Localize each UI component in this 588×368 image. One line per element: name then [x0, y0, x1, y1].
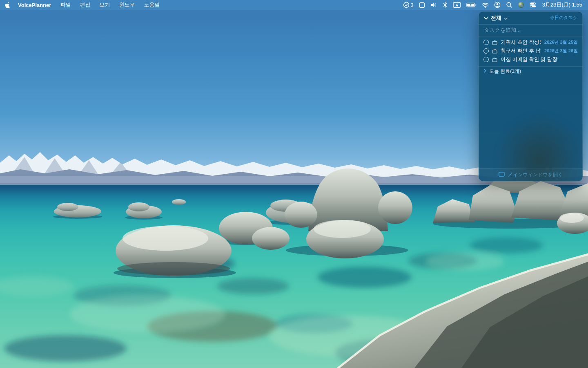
wifi-icon[interactable] — [482, 2, 489, 8]
menu-bar: VoicePlanner 파일 편집 보기 윈도우 도움말 3 A — [0, 0, 588, 10]
task-checkbox[interactable] — [483, 40, 489, 45]
task-row[interactable]: 기획서 초안 작성하기 2026년 3월 25일 — [479, 38, 583, 47]
task-checkbox[interactable] — [483, 48, 489, 54]
task-title: 아침 이메일 확인 및 답장 — [501, 56, 575, 63]
menu-file[interactable]: 파일 — [60, 1, 71, 9]
task-due-date: 2026년 3월 26일 — [544, 48, 578, 54]
chevron-right-icon — [484, 68, 486, 74]
menu-edit[interactable]: 편집 — [80, 1, 90, 9]
battery-charging-icon[interactable] — [466, 2, 477, 8]
svg-text:A: A — [455, 3, 458, 7]
apple-menu[interactable] — [5, 2, 11, 8]
task-count-status[interactable]: 3 — [403, 2, 414, 8]
today-tasks-link[interactable]: 今日のタスク — [550, 15, 577, 21]
bluetooth-icon[interactable] — [443, 2, 448, 8]
input-source-icon[interactable]: A — [453, 2, 461, 8]
blurred-wallpaper-smudge — [495, 112, 583, 181]
task-count-label: 3 — [411, 2, 414, 8]
add-task-input[interactable]: タスクを追加... — [479, 25, 583, 36]
app-menu-title[interactable]: VoicePlanner — [18, 2, 51, 8]
app-globe-icon[interactable] — [518, 2, 524, 8]
voiceplanner-popover: 전체 今日のタスク タスクを追加... 기획서 초안 작성하기 2026년 3월… — [479, 11, 583, 181]
user-icon[interactable] — [494, 2, 501, 8]
task-due-date: 2026년 3월 25일 — [544, 39, 578, 45]
task-title: 청구서 확인 후 납부하기 — [501, 47, 541, 54]
volume-icon[interactable] — [430, 2, 437, 8]
menu-view[interactable]: 보기 — [99, 1, 110, 9]
filter-dropdown-chevron-icon[interactable] — [504, 14, 508, 22]
menubar-clock[interactable]: 3月23日(月) 1:55 — [542, 1, 582, 9]
completed-toggle[interactable]: 오늘 완료(1개) — [479, 67, 583, 76]
task-list: 기획서 초안 작성하기 2026년 3월 25일 청구서 확인 후 납부하기 2… — [479, 36, 583, 66]
popover-empty-area — [479, 76, 583, 168]
collapse-chevron-icon[interactable] — [484, 14, 488, 22]
task-row[interactable]: 청구서 확인 후 납부하기 2026년 3월 26일 — [479, 47, 583, 55]
popover-header: 전체 今日のタスク — [479, 11, 583, 24]
search-icon[interactable] — [506, 2, 512, 8]
menu-help[interactable]: 도움말 — [144, 1, 160, 9]
window-status-icon[interactable] — [419, 2, 425, 8]
completed-label: 오늘 완료(1개) — [489, 68, 521, 75]
task-checkbox[interactable] — [483, 57, 489, 62]
briefcase-icon — [492, 57, 497, 62]
check-circle-icon — [403, 2, 410, 8]
task-row[interactable]: 아침 이메일 확인 및 답장 — [479, 55, 583, 64]
task-title: 기획서 초안 작성하기 — [501, 39, 541, 46]
control-center-icon[interactable] — [530, 2, 536, 8]
briefcase-icon — [492, 40, 497, 45]
menubar-status-area: 3 A 3月23日(月) 1:55 — [403, 1, 583, 9]
filter-title[interactable]: 전체 — [491, 14, 501, 22]
app-menus: 파일 편집 보기 윈도우 도움말 — [60, 1, 160, 9]
apple-icon — [5, 2, 11, 8]
menu-window[interactable]: 윈도우 — [119, 1, 135, 9]
briefcase-icon — [492, 49, 497, 54]
